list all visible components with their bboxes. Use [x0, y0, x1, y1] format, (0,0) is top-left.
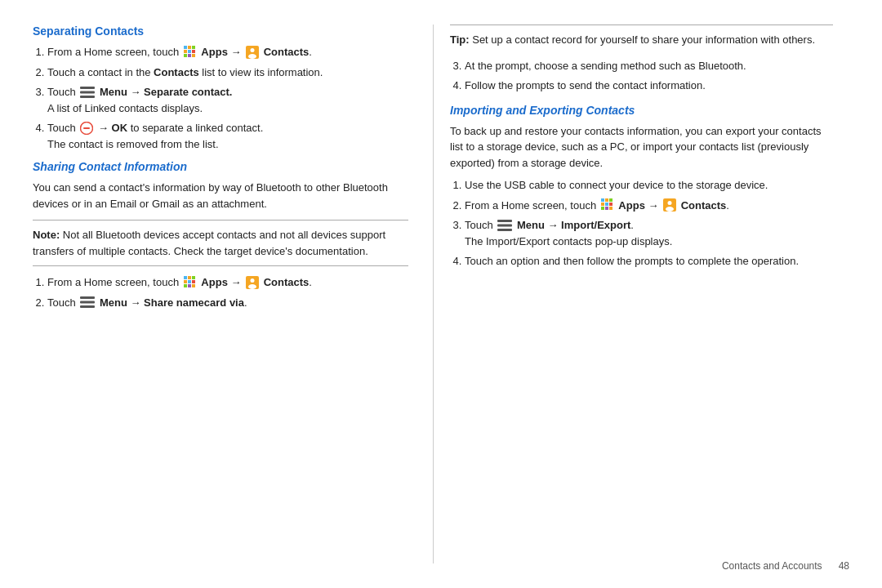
svg-rect-37: [609, 203, 612, 206]
menu-icon: [80, 87, 95, 98]
svg-point-28: [248, 284, 256, 289]
text-before: From a Home screen, touch: [47, 46, 182, 58]
svg-point-10: [251, 48, 255, 52]
footer: Contacts and Accounts 48: [722, 560, 849, 572]
sharing-contact-section: Sharing Contact Information You can send…: [33, 160, 408, 310]
svg-rect-12: [80, 87, 95, 89]
list-item: Follow the prompts to send the contact i…: [465, 78, 833, 94]
footer-page: 48: [839, 560, 849, 572]
list-item: Touch → OK to separate a linked contact.…: [47, 120, 408, 152]
svg-rect-31: [80, 305, 95, 308]
touch-menu-text: Touch: [47, 86, 78, 98]
import-export-text: Menu → Import/Export.: [517, 219, 634, 231]
text-before2: From a Home screen, touch: [47, 276, 182, 288]
svg-rect-29: [80, 296, 95, 299]
share-namecard-text: Menu → Share namecard via.: [100, 296, 247, 309]
menu-icon2: [80, 296, 95, 308]
contacts-icon: [246, 46, 259, 59]
svg-rect-21: [188, 280, 191, 283]
svg-rect-33: [605, 198, 608, 202]
note-text: Not all Bluetooth devices accept contact…: [33, 229, 385, 257]
svg-rect-24: [188, 284, 191, 287]
list-item: Use the USB cable to connect your device…: [465, 177, 833, 194]
sharing-contact-para: You can send a contact's information by …: [33, 180, 408, 212]
svg-rect-16: [83, 127, 90, 129]
svg-rect-32: [601, 198, 604, 202]
contacts-label: Contacts.: [264, 46, 312, 58]
svg-point-27: [251, 278, 255, 283]
contacts-icon2: [246, 276, 259, 289]
contacts-icon3: [663, 198, 676, 212]
import-export-note: The Import/Export contacts pop-up displa…: [465, 235, 672, 247]
text-before3: From a Home screen, touch: [465, 199, 599, 212]
touch-option-text: Touch an option and then follow the prom…: [465, 255, 799, 267]
note-box: Note: Not all Bluetooth devices accept c…: [33, 220, 408, 266]
apps-label: Apps →: [201, 46, 244, 58]
separating-contacts-section: Separating Contacts From a Home screen, …: [33, 24, 408, 152]
svg-point-11: [248, 54, 256, 59]
svg-rect-0: [184, 46, 187, 49]
svg-rect-13: [80, 91, 95, 93]
svg-rect-18: [188, 276, 191, 279]
menu-label-text: Menu → Separate contact.: [100, 86, 233, 98]
touch-menu3: Touch: [465, 219, 496, 231]
note-label: Note:: [33, 229, 60, 241]
left-column: Separating Contacts From a Home screen, …: [33, 24, 433, 564]
svg-rect-8: [192, 54, 195, 57]
svg-point-43: [666, 207, 674, 212]
importing-exporting-para: To back up and restore your contacts inf…: [450, 123, 833, 172]
footer-text: Contacts and Accounts: [722, 560, 822, 572]
svg-rect-19: [192, 276, 195, 279]
list-item: Touch a contact in the Contacts list to …: [47, 65, 408, 81]
svg-rect-2: [192, 46, 195, 49]
svg-rect-46: [497, 229, 512, 231]
svg-rect-7: [188, 54, 191, 57]
list-item: At the prompt, choose a sending method s…: [465, 58, 833, 74]
tip-box: Tip: Set up a contact record for yoursel…: [450, 24, 833, 48]
svg-rect-14: [80, 96, 95, 98]
touch-menu2: Touch: [47, 296, 78, 309]
item4-text: Follow the prompts to send the contact i…: [465, 79, 706, 91]
svg-point-42: [668, 201, 672, 205]
svg-rect-20: [184, 280, 187, 283]
svg-rect-45: [497, 224, 512, 226]
separating-contacts-list: From a Home screen, touch: [47, 44, 408, 152]
contacts-label2: Contacts.: [264, 276, 312, 288]
svg-rect-1: [188, 46, 191, 49]
list-item: Touch Menu → Separate contact. A list of…: [47, 84, 408, 116]
importing-exporting-title: Importing and Exporting Contacts: [450, 104, 833, 117]
list-item: From a Home screen, touch: [465, 198, 833, 214]
apps-icon: [184, 46, 197, 59]
linked-note: A list of Linked contacts displays.: [47, 102, 203, 114]
svg-rect-35: [601, 203, 604, 206]
item3-text: At the prompt, choose a sending method s…: [465, 60, 746, 72]
contacts-label3: Contacts.: [681, 199, 729, 212]
svg-rect-36: [605, 203, 608, 206]
apps-label2: Apps →: [201, 276, 244, 288]
svg-rect-23: [184, 284, 187, 287]
apps-icon3: [601, 198, 614, 212]
svg-rect-3: [184, 50, 187, 53]
importing-exporting-section: Importing and Exporting Contacts To back…: [450, 104, 833, 270]
list-item: From a Home screen, touch: [47, 44, 408, 60]
sharing-list: From a Home screen, touch: [47, 274, 408, 310]
svg-rect-40: [609, 207, 612, 210]
removed-note: The contact is removed from the list.: [47, 138, 219, 150]
usb-text: Use the USB cable to connect your device…: [465, 179, 768, 191]
svg-rect-6: [184, 54, 187, 57]
importing-list: Use the USB cable to connect your device…: [465, 177, 833, 270]
apps-icon2: [184, 276, 197, 289]
touch-contacts-text: Touch a contact in the Contacts list to …: [47, 66, 323, 78]
minus-icon: [80, 122, 93, 135]
right-column: Tip: Set up a contact record for yoursel…: [433, 24, 833, 564]
svg-rect-44: [497, 220, 512, 222]
svg-rect-39: [605, 207, 608, 210]
tip-text: Set up a contact record for yourself to …: [472, 33, 815, 46]
svg-rect-5: [192, 50, 195, 53]
menu-icon3: [497, 220, 512, 231]
svg-rect-4: [188, 50, 191, 53]
touch-minus-text: Touch: [47, 122, 78, 134]
separating-contacts-title: Separating Contacts: [33, 24, 408, 38]
ok-label: → OK to separate a linked contact.: [98, 122, 263, 134]
list-item: Touch Menu → Import/Export. The Import/E…: [465, 217, 833, 249]
